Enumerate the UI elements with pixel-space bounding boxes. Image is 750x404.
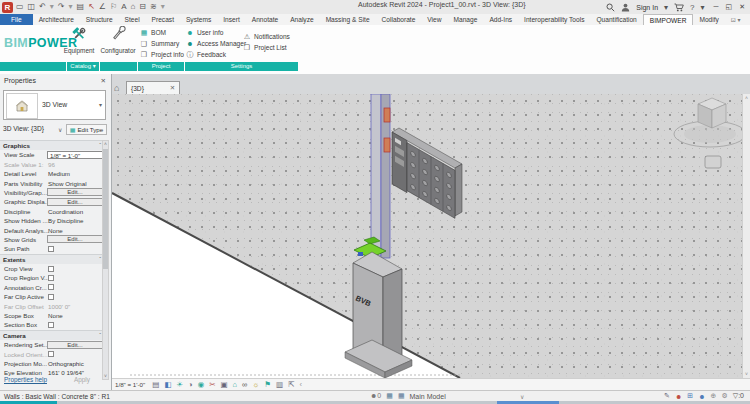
tag-icon[interactable]: ⚐ [110,2,117,12]
close-button[interactable]: ✕ [739,3,745,11]
notifications-button[interactable]: ⚠Notifications [243,31,290,42]
crop-view-icon[interactable]: ✂ [209,380,215,390]
property-checkbox[interactable] [48,322,54,328]
edit-type-button[interactable]: ▦ Edit Type [66,124,107,135]
property-checkbox[interactable] [48,294,54,300]
reveal-hidden-icon[interactable]: ☼ [252,380,259,390]
help-button[interactable]: ? [690,3,694,12]
print-icon[interactable]: ▤ [77,2,85,12]
view-selector-dropdown-icon[interactable]: ∨ [58,126,62,133]
properties-scrollbar[interactable]: ˄˅ [102,140,109,380]
editable-only-icon[interactable]: ☻0 [370,392,381,400]
project-info-button[interactable]: ❒Project info [140,49,184,60]
properties-close-icon[interactable]: ✕ [101,77,106,85]
visual-style-icon[interactable]: ◧ [164,380,171,390]
modify-arrow-icon[interactable]: ↖ [88,2,95,12]
detail-level-icon[interactable]: ▤ [152,380,159,390]
tab-analyze[interactable]: Analyze [284,14,319,25]
restore-button[interactable]: ◱ [726,3,733,11]
equipment-button[interactable]: Equipment [61,26,97,54]
properties-section-extents[interactable]: Extentsˆ [0,254,105,264]
properties-section-camera[interactable]: Cameraˆ [0,330,105,340]
busbar-riser[interactable] [371,94,390,258]
sign-in-caret-icon[interactable]: ▾ [664,3,668,12]
edit-button[interactable]: Edit... [47,235,103,243]
user-info-button[interactable]: ☻User info [186,27,246,38]
switchboard-panels[interactable] [392,128,462,220]
tab-bimpower[interactable]: BIMPOWER [643,14,694,25]
property-checkbox[interactable] [48,275,54,281]
edit-button[interactable]: Edit... [47,188,103,196]
minimize-button[interactable]: ─ [714,3,719,11]
shadows-icon[interactable]: ◑ [188,380,193,390]
configurator-button[interactable]: Configurator [100,26,136,54]
thin-lines-icon[interactable]: ≋ [150,2,157,12]
property-input[interactable]: 1/8" = 1'-0" [47,151,103,159]
select-pinned-icon[interactable]: ⊕ [711,392,717,400]
type-selector[interactable]: 3D View ▾ [3,90,106,120]
section-collapse-icon[interactable]: ˆ [99,255,101,264]
summary-button[interactable]: ❑Summary [140,38,184,49]
viewcube[interactable] [674,98,742,147]
tab-interoperability-tools[interactable]: Interoperability Tools [518,14,590,25]
section-icon[interactable]: ⊟ [139,2,146,12]
panel-label-settings[interactable]: Settings [185,62,298,71]
rendering-dialog-icon[interactable]: ◉ [198,380,205,390]
design-options-icon[interactable]: ▦ [398,392,405,400]
vcb-expand-icon[interactable]: ‹ [299,380,302,390]
editable-toggle-icon[interactable]: ✎ [664,392,670,400]
property-checkbox[interactable] [48,351,54,357]
panel-label-project[interactable]: Project [138,62,184,71]
view-selector[interactable]: 3D View: {3D} [3,125,44,132]
search-icon[interactable] [606,3,615,12]
redo-dropdown-icon[interactable]: ▾ [69,2,73,12]
qat-customize-icon[interactable]: ▾ [161,2,165,12]
sign-in-button[interactable]: Sign In [636,4,658,11]
reveal-constraints-icon[interactable]: ⇱ [288,380,294,390]
tab-insert[interactable]: Insert [217,14,246,25]
section-collapse-icon[interactable]: ˆ [99,141,101,150]
edit-button[interactable]: Edit... [47,341,103,349]
viewport-scrollbar[interactable]: ˄˅ [742,94,750,378]
sun-path-icon[interactable]: ☀ [176,380,183,390]
edit-button[interactable]: Edit... [47,198,103,206]
user-icon[interactable] [621,3,630,12]
tab-view[interactable]: View [421,14,447,25]
tap-off-unit[interactable] [384,138,390,152]
open-icon[interactable]: ▭ [16,2,24,12]
filter-icon[interactable]: ▽:0 [733,392,744,400]
tab-collaborate[interactable]: Collaborate [376,14,422,25]
access-manager-button[interactable]: ☻Access Manager [186,38,246,49]
tab-massing-site[interactable]: Massing & Site [320,14,376,25]
property-checkbox[interactable] [48,266,54,272]
tab-[interactable]: ⊡ ▾ [725,14,747,25]
view-tab-3d[interactable]: {3D} ✕ [126,81,180,94]
properties-help-link[interactable]: Properties help [4,376,47,383]
default-3d-view-icon[interactable]: ⌂ [131,2,136,12]
analytical-model-icon[interactable]: ▥ [276,380,283,390]
properties-section-graphics[interactable]: Graphicsˆ [0,140,105,150]
property-checkbox[interactable] [48,246,54,252]
type-dropdown-icon[interactable]: ▾ [99,101,102,108]
save-icon[interactable]: ◫ [28,2,36,12]
measure-icon[interactable]: ∠ [99,2,106,12]
tab-file[interactable]: File [0,14,33,25]
property-checkbox[interactable] [48,284,54,290]
tab-add-ins[interactable]: Add-Ins [483,14,518,25]
redo-icon[interactable]: ↷ [58,2,65,12]
tab-systems[interactable]: Systems [180,14,217,25]
help-caret-icon[interactable]: ▾ [701,3,705,12]
undo-dropdown-icon[interactable]: ▾ [50,2,54,12]
section-collapse-icon[interactable]: ˆ [99,331,101,340]
view-tab-close-icon[interactable]: ✕ [170,84,175,92]
bom-button[interactable]: ▦BOM [140,27,184,38]
design-option-dropdown-icon[interactable]: ∨ [520,393,524,400]
exclude-options-icon[interactable]: ☻ [675,393,682,400]
tab-quantification[interactable]: Quantification [590,14,642,25]
tab-precast[interactable]: Precast [146,14,180,25]
hide-isolate-icon[interactable]: ∞ [242,380,247,390]
apply-button[interactable]: Apply [74,376,90,383]
undo-icon[interactable]: ↶ [39,2,46,12]
design-option-select[interactable]: Main Model [410,393,446,400]
view-scale-button[interactable]: 1/8" = 1'-0" [115,381,145,388]
